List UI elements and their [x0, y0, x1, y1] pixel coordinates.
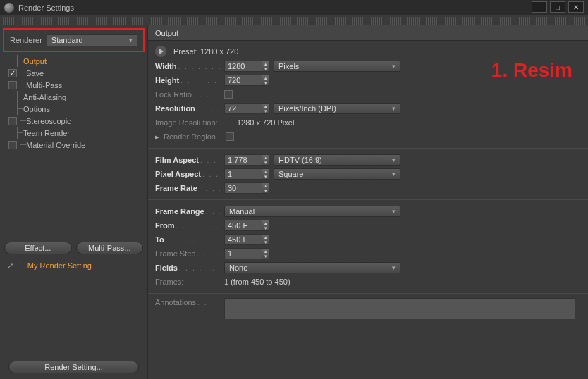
- renderer-dropdown[interactable]: Standard: [47, 34, 137, 46]
- pixelaspect-input[interactable]: 1: [224, 168, 269, 180]
- resolution-label: Resolution: [155, 104, 195, 113]
- tree-options[interactable]: Options: [23, 105, 50, 113]
- framerate-label: Frame Rate: [155, 184, 197, 192]
- annotations-textarea[interactable]: [224, 298, 575, 319]
- filmaspect-label: Film Aspect: [155, 156, 199, 164]
- tree-multipass[interactable]: Multi-Pass: [26, 81, 62, 89]
- renderer-selector: Renderer Standard: [3, 28, 145, 52]
- maximize-button[interactable]: □: [550, 1, 565, 13]
- panel-title: Output: [148, 25, 588, 41]
- renderregion-label: Render Region: [164, 132, 216, 141]
- multipass-button[interactable]: Multi-Pass...: [76, 242, 144, 254]
- tree-team[interactable]: Team Render: [23, 129, 70, 137]
- width-label: Width: [155, 62, 176, 70]
- preset-icon[interactable]: [155, 46, 166, 57]
- tree-material[interactable]: Material Override: [26, 141, 85, 149]
- frames-label: Frames:: [155, 278, 183, 286]
- close-button[interactable]: ✕: [568, 1, 584, 13]
- imageres-label: Image Resolution:: [155, 118, 218, 127]
- app-icon: [4, 3, 14, 13]
- frames-value: 1 (from 450 to 450): [224, 278, 290, 286]
- height-label: Height: [155, 76, 179, 85]
- framerange-select[interactable]: Manual: [224, 206, 400, 217]
- material-checkbox[interactable]: [8, 141, 17, 149]
- pixelaspect-label: Pixel Aspect: [155, 170, 201, 178]
- width-input[interactable]: 1280: [224, 61, 269, 72]
- sidebar: Renderer Standard Output Save Multi-Pass…: [0, 25, 148, 379]
- fields-select[interactable]: None: [224, 262, 400, 273]
- preset-label: Preset: 1280 x 720: [173, 47, 238, 56]
- fields-label: Fields: [155, 263, 178, 272]
- renderer-label: Renderer: [10, 36, 42, 44]
- framerate-input[interactable]: 30: [224, 182, 269, 194]
- height-input[interactable]: 720: [224, 75, 269, 86]
- filmaspect-select[interactable]: HDTV (16:9): [274, 154, 400, 166]
- annotations-label: Annotations: [155, 298, 196, 306]
- minimize-button[interactable]: —: [532, 1, 547, 13]
- content-panel: Output Preset: 1280 x 720 Width. . . . .…: [148, 25, 588, 379]
- to-label: To: [155, 235, 164, 244]
- render-setting-button[interactable]: Render Setting...: [8, 361, 139, 373]
- renderregion-checkbox[interactable]: [226, 132, 234, 141]
- resolution-unit-select[interactable]: Pixels/Inch (DPI): [274, 103, 400, 114]
- titlebar: Render Settings — □ ✕: [0, 0, 588, 15]
- from-input[interactable]: 450 F: [224, 220, 269, 231]
- stereo-checkbox[interactable]: [8, 117, 17, 125]
- framerange-label: Frame Range: [155, 207, 204, 216]
- settings-tree: Output Save Multi-Pass Anti-Aliasing Opt…: [0, 54, 147, 155]
- effect-button[interactable]: Effect...: [4, 242, 72, 254]
- imageres-value: 1280 x 720 Pixel: [237, 118, 294, 127]
- tree-stereo[interactable]: Stereoscopic: [26, 117, 71, 125]
- tree-antialias[interactable]: Anti-Aliasing: [23, 93, 66, 101]
- filmaspect-input[interactable]: 1.778: [224, 154, 269, 166]
- pixelaspect-select[interactable]: Square: [274, 168, 400, 180]
- tree-output[interactable]: Output: [23, 57, 47, 66]
- tree-save[interactable]: Save: [26, 69, 44, 77]
- width-unit-select[interactable]: Pixels: [274, 61, 400, 72]
- lockratio-label: Lock Ratio: [155, 90, 192, 99]
- to-input[interactable]: 450 F: [224, 234, 269, 245]
- dock-handle[interactable]: [3, 17, 585, 25]
- lockratio-checkbox[interactable]: [224, 90, 233, 99]
- my-render-setting[interactable]: ⤢ └ My Render Setting: [0, 257, 147, 275]
- renderregion-toggle-icon[interactable]: ▸: [155, 132, 159, 142]
- resolution-input[interactable]: 72: [224, 103, 269, 114]
- multipass-checkbox[interactable]: [8, 81, 17, 89]
- from-label: From: [155, 221, 175, 230]
- window-title: Render Settings: [18, 4, 74, 12]
- save-checkbox[interactable]: [8, 69, 17, 77]
- expand-icon: ⤢: [7, 261, 13, 271]
- framestep-input[interactable]: 1: [224, 248, 269, 259]
- framestep-label: Frame Step: [155, 249, 195, 258]
